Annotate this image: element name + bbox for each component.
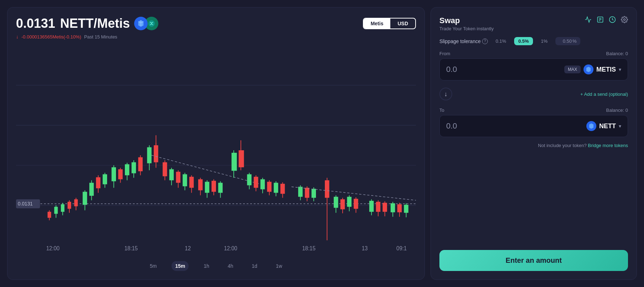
svg-rect-25 — [103, 174, 107, 184]
to-input-box: 0.0 NETT ▾ — [439, 115, 628, 137]
svg-rect-46 — [176, 172, 180, 183]
help-icon[interactable]: ? — [482, 38, 488, 44]
add-send-link[interactable]: + Add a send (optional) — [580, 92, 628, 97]
svg-rect-72 — [267, 182, 271, 192]
chart-icon[interactable] — [585, 16, 592, 25]
svg-rect-59 — [218, 183, 222, 193]
svg-rect-53 — [198, 179, 202, 190]
svg-rect-99 — [382, 203, 387, 212]
svg-rect-103 — [397, 204, 402, 212]
slippage-1[interactable]: 1% — [537, 37, 552, 45]
enter-amount-button[interactable]: Enter an amount — [439, 250, 628, 271]
slippage-percent: % — [572, 38, 577, 44]
metis-icon — [134, 17, 148, 30]
svg-rect-19 — [83, 192, 87, 205]
from-token-area: MAX METIS ▾ — [564, 64, 621, 74]
price-change-period: Past 15 Minutes — [84, 34, 117, 40]
svg-line-93 — [291, 187, 416, 200]
metis-token-logo — [584, 64, 593, 74]
svg-rect-61 — [232, 153, 237, 171]
svg-rect-50 — [189, 177, 194, 188]
time-btn-1d[interactable]: 1d — [248, 261, 261, 271]
to-balance: Balance: 0 — [606, 108, 628, 113]
bridge-row: Not include your token? Bridge more toke… — [439, 143, 628, 148]
svg-rect-86 — [334, 197, 338, 208]
svg-rect-70 — [260, 179, 265, 189]
to-token-name: NETT — [599, 122, 616, 130]
settings-icon[interactable] — [621, 16, 628, 25]
from-input-box: 0.0 MAX METIS ▾ — [439, 58, 628, 80]
time-btn-1h[interactable]: 1h — [200, 261, 213, 271]
svg-rect-29 — [118, 169, 122, 179]
token-icons — [134, 17, 158, 30]
slippage-custom: % — [555, 37, 580, 45]
slippage-custom-input[interactable] — [559, 38, 572, 44]
time-btn-5m[interactable]: 5m — [146, 261, 160, 271]
svg-rect-101 — [391, 203, 395, 212]
svg-text:13: 13 — [362, 245, 368, 251]
bridge-text: Not include your token? — [538, 143, 587, 148]
svg-rect-78 — [298, 187, 302, 197]
svg-rect-63 — [239, 150, 244, 167]
chart-area: 0.0131 — [16, 45, 416, 255]
to-section: To Balance: 0 0.0 NETT ▾ — [439, 108, 628, 137]
from-token-select[interactable]: METIS ▾ — [584, 64, 621, 74]
svg-rect-11 — [54, 207, 58, 214]
svg-rect-95 — [369, 201, 374, 212]
chart-header: 0.0131 NETT/Metis — [16, 16, 416, 31]
slippage-label: Slippage tolerance ? — [439, 38, 488, 44]
to-label-row: To Balance: 0 — [439, 108, 628, 113]
swap-title: Swap — [439, 16, 494, 25]
price-change-row: ↓ -0.0000136565Metis(-0.10%) Past 15 Min… — [16, 34, 416, 40]
time-btn-1w[interactable]: 1w — [272, 261, 286, 271]
usd-currency-btn[interactable]: USD — [390, 19, 415, 28]
swap-icons — [585, 16, 628, 25]
svg-rect-84 — [325, 180, 329, 198]
svg-text:18:15: 18:15 — [302, 245, 316, 251]
svg-text:18:15: 18:15 — [125, 245, 138, 251]
svg-rect-92 — [354, 199, 358, 209]
to-chevron-icon: ▾ — [619, 123, 621, 129]
nett-token-logo — [586, 121, 596, 131]
history-icon[interactable] — [597, 16, 604, 25]
main-container: 0.0131 NETT/Metis — [7, 7, 637, 280]
svg-rect-66 — [247, 174, 251, 185]
svg-text:0.0131: 0.0131 — [18, 200, 33, 207]
to-label: To — [439, 108, 444, 113]
from-token-name: METIS — [596, 66, 616, 73]
from-label-row: From Balance: 0 — [439, 51, 628, 56]
from-balance: Balance: 0 — [606, 51, 628, 56]
max-button[interactable]: MAX — [564, 66, 581, 73]
chart-price-title: 0.0131 — [16, 16, 55, 31]
svg-rect-13 — [61, 204, 64, 212]
svg-rect-31 — [125, 164, 129, 175]
svg-rect-39 — [154, 145, 158, 162]
to-amount[interactable]: 0.0 — [446, 121, 457, 131]
from-section: From Balance: 0 0.0 MAX METIS ▾ — [439, 51, 628, 80]
to-token-select[interactable]: NETT ▾ — [586, 121, 621, 131]
swap-direction-button[interactable]: ↓ — [439, 88, 452, 100]
svg-rect-105 — [404, 205, 408, 213]
swap-header: Swap Trade Your Token instantly — [439, 16, 628, 31]
time-btn-4h[interactable]: 4h — [224, 261, 237, 271]
svg-rect-23 — [96, 177, 100, 188]
time-buttons: 5m 15m 1h 4h 1d 1w — [16, 261, 416, 271]
svg-text:12:00: 12:00 — [224, 245, 237, 251]
metis-currency-btn[interactable]: Metis — [364, 19, 391, 28]
slippage-0-1[interactable]: 0.1% — [491, 37, 511, 45]
from-chevron-icon: ▾ — [619, 67, 621, 72]
svg-rect-68 — [254, 177, 258, 188]
from-amount[interactable]: 0.0 — [446, 65, 457, 74]
svg-rect-15 — [68, 202, 71, 209]
svg-rect-17 — [74, 199, 78, 207]
bridge-link[interactable]: Bridge more tokens — [588, 143, 628, 148]
chart-pair-title: NETT/Metis — [60, 16, 130, 31]
candlestick-chart: 0.0131 — [16, 45, 416, 255]
swap-panel: Swap Trade Your Token instantly — [431, 7, 637, 280]
down-arrow-icon: ↓ — [16, 34, 19, 40]
time-btn-15m[interactable]: 15m — [171, 261, 189, 271]
clock-icon[interactable] — [609, 16, 616, 25]
svg-rect-76 — [280, 184, 285, 194]
slippage-0-5[interactable]: 0.5% — [514, 37, 533, 45]
svg-rect-97 — [376, 202, 380, 212]
